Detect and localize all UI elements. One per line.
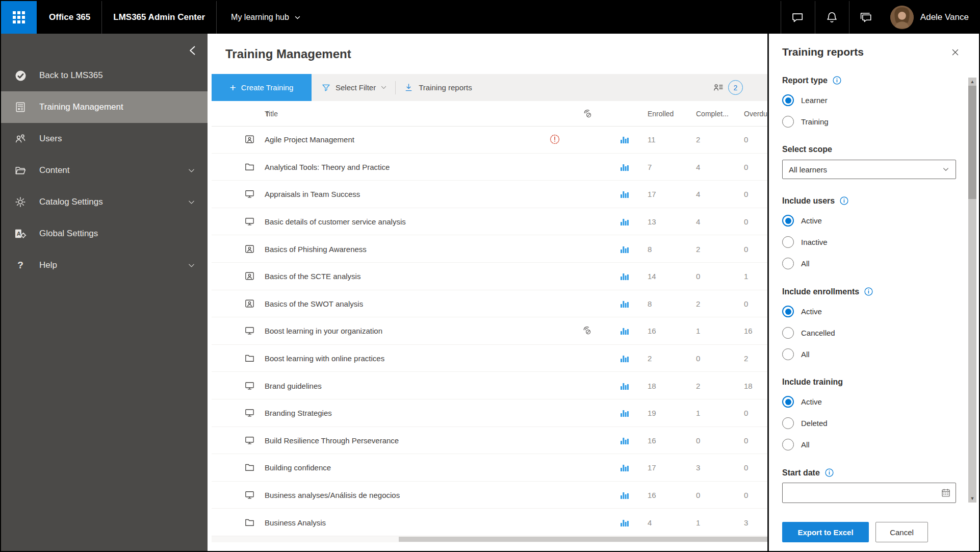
panel-scrollbar-thumb[interactable]	[968, 86, 976, 199]
sidebar-item-training-management[interactable]: Training Management	[1, 91, 208, 123]
office365-link[interactable]: Office 365	[49, 12, 90, 22]
radio-include-training-deleted[interactable]: Deleted	[782, 417, 948, 430]
training-title-link[interactable]: Analytical Tools: Theory and Practice	[265, 162, 390, 171]
report-type-options: Learner Training	[782, 94, 948, 128]
export-to-excel-button[interactable]: Export to Excel	[782, 522, 869, 542]
alert-icon[interactable]	[549, 134, 560, 145]
training-title-link[interactable]: Basics of Phishing Awareness	[265, 244, 367, 253]
training-title-link[interactable]: Boost learning with online practices	[265, 354, 384, 363]
training-report-chart-icon[interactable]	[620, 244, 630, 254]
radio-include-training-all[interactable]: All	[782, 438, 948, 451]
training-report-chart-icon[interactable]	[620, 325, 630, 336]
enrolled-count: 8	[648, 244, 652, 253]
radio-label: All	[801, 440, 810, 449]
training-report-chart-icon[interactable]	[620, 298, 630, 309]
collapse-sidebar-icon[interactable]	[187, 45, 198, 56]
sidebar-item-global-settings[interactable]: A Global Settings	[1, 218, 208, 249]
column-enrolled[interactable]: Enrolled	[648, 110, 674, 118]
training-report-chart-icon[interactable]	[620, 381, 630, 391]
create-training-button[interactable]: + Create Training	[212, 74, 312, 101]
app-launcher-icon[interactable]	[1, 1, 37, 34]
calendar-icon[interactable]	[941, 488, 951, 498]
training-title-link[interactable]: Boost learning in your organization	[265, 327, 382, 335]
sidebar-item-help[interactable]: ? Help	[1, 249, 208, 281]
completed-count: 1	[696, 327, 700, 335]
training-reports-button[interactable]: Training reports	[404, 83, 472, 92]
enrolled-count: 16	[648, 491, 656, 499]
panel-scrollbar[interactable]: ▲ ▼	[968, 78, 976, 503]
training-report-chart-icon[interactable]	[620, 517, 630, 528]
scope-dropdown[interactable]: All learners	[782, 160, 956, 179]
training-title-link[interactable]: Branding Strategies	[265, 409, 332, 417]
radio-include-enrollments-active[interactable]: Active	[782, 305, 948, 318]
training-report-chart-icon[interactable]	[620, 435, 630, 445]
radio-report-type-training[interactable]: Training	[782, 115, 948, 128]
sidebar-item-users[interactable]: Users	[1, 123, 208, 155]
start-date-input[interactable]	[783, 483, 956, 503]
cancel-button[interactable]: Cancel	[875, 522, 928, 542]
training-title-link[interactable]: Business analyses/Análisis de negocios	[265, 491, 400, 499]
info-icon[interactable]	[824, 468, 834, 478]
training-report-chart-icon[interactable]	[620, 271, 630, 281]
column-title[interactable]: Title	[265, 110, 270, 117]
radio-include-training-active[interactable]: Active	[782, 395, 948, 408]
training-report-chart-icon[interactable]	[620, 134, 630, 144]
scroll-up-icon[interactable]: ▲	[968, 78, 976, 86]
radio-include-users-all[interactable]: All	[782, 257, 948, 270]
notifications-bell-icon[interactable]	[815, 1, 849, 34]
sidebar-item-back-to-lms365[interactable]: Back to LMS365	[1, 60, 208, 91]
webinar-type-icon	[244, 271, 255, 282]
elearning-type-icon	[244, 216, 255, 227]
sidebar-item-label: Back to LMS365	[39, 70, 103, 81]
training-report-chart-icon[interactable]	[620, 408, 630, 418]
training-report-chart-icon[interactable]	[620, 490, 630, 500]
radio-report-type-learner[interactable]: Learner	[782, 94, 948, 107]
training-report-chart-icon[interactable]	[620, 216, 630, 227]
training-report-chart-icon[interactable]	[620, 189, 630, 199]
training-title-link[interactable]: Building confidence	[265, 463, 331, 472]
radio-label: All	[801, 259, 810, 268]
training-title-link[interactable]: Agile Project Management	[265, 135, 354, 144]
training-title-link[interactable]: Basics of the SCTE analysis	[265, 272, 360, 281]
radio-include-users-inactive[interactable]: Inactive	[782, 236, 948, 248]
training-title-link[interactable]: Build Resilience Through Perseverance	[265, 436, 399, 444]
horizontal-scrollbar-thumb[interactable]	[399, 537, 767, 542]
radio-include-users-active[interactable]: Active	[782, 214, 948, 227]
training-report-chart-icon[interactable]	[620, 162, 630, 172]
close-icon[interactable]	[949, 46, 962, 59]
info-icon[interactable]	[832, 76, 842, 85]
training-report-chart-icon[interactable]	[620, 353, 630, 363]
track-type-icon	[244, 517, 255, 528]
info-icon[interactable]	[839, 196, 849, 206]
overdue-count: 0	[744, 299, 748, 308]
radio-include-enrollments-cancelled[interactable]: Cancelled	[782, 327, 948, 339]
sidebar-item-content[interactable]: Content	[1, 155, 208, 186]
completed-count: 3	[696, 463, 700, 472]
learning-hub-dropdown[interactable]: My learning hub	[231, 13, 301, 22]
feedback-icon[interactable]	[849, 1, 883, 34]
training-title-link[interactable]: Brand guidelines	[265, 381, 322, 390]
training-title-link[interactable]: Appraisals in Team Success	[265, 190, 360, 198]
training-report-chart-icon[interactable]	[620, 462, 630, 472]
radio-button-icon	[782, 348, 794, 360]
training-title-link[interactable]: Basics of the SWOT analysis	[265, 299, 363, 308]
include-users-label: Include users	[782, 196, 948, 206]
training-list-icon	[14, 101, 27, 113]
training-title-link[interactable]: Basic details of customer service analys…	[265, 217, 406, 226]
user-menu[interactable]: Adele Vance	[883, 6, 979, 29]
requests-count-badge[interactable]: 2	[728, 80, 743, 95]
radio-button-icon	[782, 396, 794, 408]
info-icon[interactable]	[864, 287, 873, 296]
select-filter-button[interactable]: Select Filter	[321, 83, 387, 92]
radio-button-icon	[782, 116, 794, 128]
radio-include-enrollments-all[interactable]: All	[782, 348, 948, 361]
user-name: Adele Vance	[920, 12, 969, 22]
chevron-down-icon	[188, 167, 195, 174]
chat-icon[interactable]	[781, 1, 815, 34]
sidebar-item-catalog-settings[interactable]: Catalog Settings	[1, 186, 208, 218]
training-title-link[interactable]: Business Analysis	[265, 518, 326, 526]
column-completed[interactable]: Complet...	[696, 110, 729, 118]
completed-count: 2	[696, 381, 700, 390]
completed-count: 1	[696, 518, 700, 526]
scroll-down-icon[interactable]: ▼	[968, 494, 976, 503]
